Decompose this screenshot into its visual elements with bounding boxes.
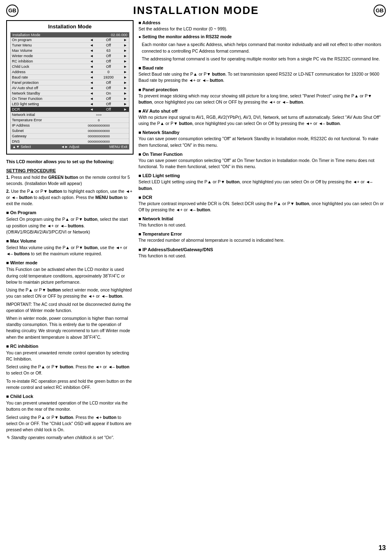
- rc-inhibition-title: ■ RC inhibition: [6, 344, 134, 349]
- page-header: GB INSTALLATION MODE GB: [6, 4, 386, 17]
- osd-row-rcinhibition: RC inhibition ◄ Off ►: [11, 59, 129, 64]
- osd-row-panelprot: Panel protection ◄ Off ►: [11, 80, 129, 86]
- osd-row-gateway: Gateway 000000000000: [11, 134, 129, 139]
- on-program-text: Select On program using the P▲ or P▼ but…: [6, 216, 134, 235]
- winter-mode-text3: IMPORTANT: The AC cord should not be dis…: [6, 301, 134, 314]
- avautoshutoff-title: AV Auto shut off: [138, 109, 386, 113]
- osd-row-ontimer: On Timer Function ◄ Off ►: [11, 96, 129, 102]
- address-bullet-title: ● Setting the monitor address in RS232 m…: [138, 34, 386, 40]
- osd-header-label: Installation Mode: [12, 33, 40, 37]
- section-address: Address Set the address for the LCD moni…: [138, 20, 386, 62]
- max-volume-title: ■ Max Volume: [6, 238, 134, 243]
- page-title: INSTALLATION MODE: [133, 4, 259, 17]
- section-baudrate: Baud rate Select Baud rate using the P▲ …: [138, 65, 386, 83]
- networkstandby-title: Network Standby: [138, 130, 386, 135]
- osd-row-ipaddress: IP Address 000000000000: [11, 123, 129, 128]
- winter-mode-text2: Using the P▲ or P▼ button select winter …: [6, 287, 134, 299]
- baudrate-title: Baud rate: [138, 65, 386, 70]
- dcr-text: The picture contrast improved while DCR …: [138, 201, 386, 213]
- main-content: Installation Mode Installation Mode 02.0…: [6, 20, 386, 442]
- winter-mode-text1: This Function can be activated when the …: [6, 266, 134, 285]
- page-number: 13: [378, 544, 386, 552]
- dcr-title: DCR: [138, 195, 386, 200]
- ledlight-title: LED Light setting: [138, 173, 386, 178]
- networkinitial-text: This function is not used.: [138, 222, 386, 228]
- temperror-text: The recorded number of abnormal temperat…: [138, 237, 386, 243]
- osd-row-onprogram: On program ◄ Off ►: [11, 37, 129, 43]
- osd-row-tunermenu: Tuner Menu ◄ Off ►: [11, 43, 129, 48]
- section-temperror: Temperature Error The recorded number of…: [138, 231, 386, 243]
- networkstandby-text: You can save power consumption selecting…: [138, 136, 386, 148]
- rc-inhibition-text1: You can prevent unwanted remote control …: [6, 350, 134, 362]
- temperror-title: Temperature Error: [138, 231, 386, 236]
- ontimer-title: On Timer Function: [138, 152, 386, 157]
- osd-header-value: 02.00.000: [111, 33, 127, 37]
- section-ipaddress: IP Address/Subnet/Gateway/DNS This funct…: [138, 247, 386, 259]
- address-title: Address: [138, 20, 386, 25]
- osd-row-childlock: Child Lock ◄ Off ►: [11, 64, 129, 69]
- osd-row-ledlight: LED light setting ◄ Off ►: [11, 102, 129, 107]
- right-column: Address Set the address for the LCD moni…: [138, 20, 386, 442]
- osd-row-temperror: Temperature Error 0: [11, 118, 129, 123]
- child-lock-text2: Select using the P▲ or P▼ button. Press …: [6, 414, 134, 433]
- panelprot-text: To prevent image sticking which may occu…: [138, 93, 386, 105]
- section-avautoshutoff: AV Auto shut off With no picture input s…: [138, 109, 386, 127]
- address-text: Set the address for the LCD monitor (0 ~…: [138, 26, 386, 32]
- panelprot-title: Panel protection: [138, 87, 386, 92]
- step2-text: 2. Use the P▲ or P▼ button to highlight …: [6, 188, 134, 207]
- osd-row-avautoshutoff: AV Auto shut off ◄ Off ►: [11, 86, 129, 91]
- osd-footer: ▲▼ Select ◄► Adjust MENU Exit: [11, 144, 129, 149]
- osd-menu: Installation Mode 02.00.000 On program ◄…: [10, 32, 129, 150]
- section-networkinitial: Network Initial This function is not use…: [138, 216, 386, 228]
- osd-row-networkstandby: Network Standby ◄ On ►: [11, 91, 129, 96]
- osd-footer-exit: MENU Exit: [109, 145, 127, 149]
- setting-procedure-title: SETTING PROCEDURE: [6, 168, 134, 173]
- gb-badge-left: GB: [6, 5, 18, 17]
- step1-text: 1. Press and hold the GREEN button on th…: [6, 174, 134, 187]
- rc-inhibition-text3: To re-instate RC operation press and hol…: [6, 378, 134, 391]
- left-column: Installation Mode Installation Mode 02.0…: [6, 20, 134, 442]
- address-bullet-text1: Each monitor can have a specific Address…: [138, 42, 386, 54]
- section-ontimer: On Timer Function You can save power con…: [138, 152, 386, 170]
- child-lock-text1: You can prevent unwanted operation of th…: [6, 400, 134, 412]
- osd-footer-select: ▲▼ Select: [12, 145, 31, 149]
- section-panelprot: Panel protection To prevent image sticki…: [138, 87, 386, 105]
- networkinitial-title: Network Initial: [138, 216, 386, 221]
- child-lock-title: ■ Child Lock: [6, 394, 134, 399]
- allows-text: This LCD monitor allows you to set up th…: [6, 159, 134, 165]
- rc-inhibition-text2: Select using the P▲ or P▼ button. Press …: [6, 364, 134, 376]
- osd-footer-adjust: ◄► Adjust: [61, 145, 79, 149]
- osd-row-networkinitial: Network initial >>>: [11, 112, 129, 118]
- winter-mode-title: ■ Winter mode: [6, 260, 134, 265]
- osd-row-dns: DNS 000000000000: [11, 139, 129, 144]
- baudrate-text: Select Baud rate using the P▲ or P▼ butt…: [138, 71, 386, 83]
- ledlight-text: Select LED Light setting using the P▲ or…: [138, 179, 386, 191]
- osd-row-baudrate: Baud rate ◄ 19200 ►: [11, 75, 129, 80]
- osd-row-maxvolume: Max Volume ◄ 63 ►: [11, 48, 129, 53]
- section-networkstandby: Network Standby You can save power consu…: [138, 130, 386, 148]
- osd-row-subnet: Subnet 000000000000: [11, 128, 129, 134]
- ipaddress-text: This function is not used.: [138, 253, 386, 259]
- gb-badge-right: GB: [374, 5, 386, 17]
- section-ledlight: LED Light setting Select LED Light setti…: [138, 173, 386, 191]
- section-dcr: DCR The picture contrast improved while …: [138, 195, 386, 213]
- address-bullet-text2: The addressing format command is used fo…: [138, 56, 386, 62]
- on-program-title: ■ On Program: [6, 210, 134, 215]
- winter-mode-text4: When in winter mode, power consumption i…: [6, 315, 134, 340]
- osd-row-address: Address ◄ 0 ►: [11, 69, 129, 75]
- osd-row-dcr: DCR ◄ Off ►: [11, 107, 129, 112]
- installation-mode-box: Installation Mode Installation Mode 02.0…: [6, 20, 134, 155]
- max-volume-text: Select Max volume using the P▲ or P▼ but…: [6, 245, 134, 257]
- avautoshutoff-text: With no picture input signal to AV1, RGB…: [138, 114, 386, 127]
- osd-row-wintermode: Winter mode ◄ Off ►: [11, 53, 129, 59]
- child-lock-note: ✎ Standby operates normally when childlo…: [6, 435, 134, 441]
- install-box-title: Installation Mode: [10, 23, 129, 30]
- ipaddress-title: IP Address/Subnet/Gateway/DNS: [138, 247, 386, 252]
- ontimer-text: You can save power consumption selecting…: [138, 157, 386, 170]
- osd-header: Installation Mode 02.00.000: [11, 32, 129, 37]
